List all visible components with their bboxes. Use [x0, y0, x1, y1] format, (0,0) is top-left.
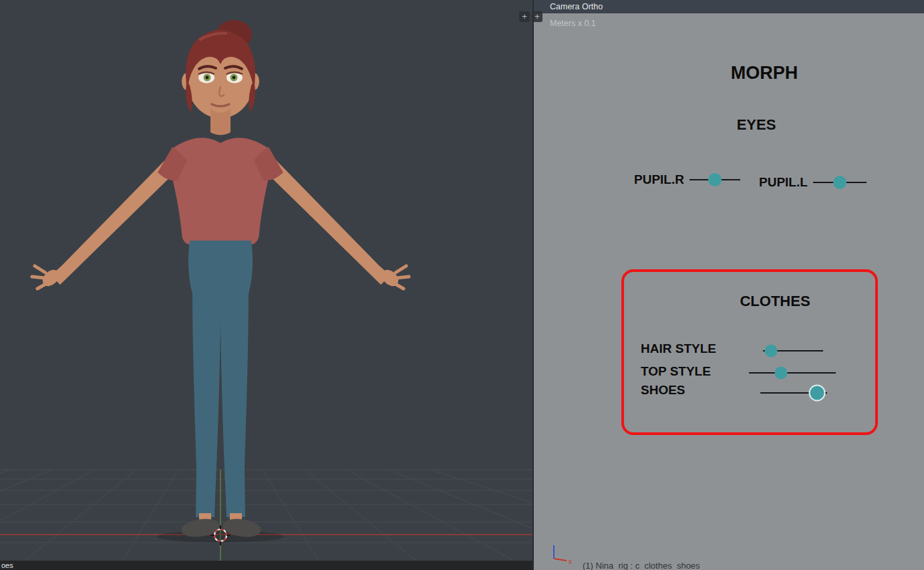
viewport-rig-ui[interactable]: Camera Ortho Meters x 0.1 MORPH EYES PUP…: [532, 0, 924, 570]
slider-pupil-l-knob[interactable]: [833, 176, 846, 189]
active-object-label: (1) Nina_rig : c_clothes_shoes: [583, 561, 700, 570]
scale-label: Meters x 0.1: [550, 19, 596, 28]
shirt: [168, 138, 273, 245]
slider-hair-style-track[interactable]: [763, 342, 823, 360]
axis-gizmo: x: [549, 540, 578, 567]
viewport-canvas[interactable]: [0, 0, 532, 570]
slider-pupil-r: PUPIL.R: [634, 171, 740, 188]
slider-shoes-track[interactable]: [760, 384, 827, 402]
slider-pupil-l-track[interactable]: [813, 174, 867, 191]
application-window: oes + + Camera Ortho Meters x 0.1 MORPH …: [0, 0, 924, 570]
slider-pupil-r-track[interactable]: [689, 171, 740, 188]
slider-hair-style-label: HAIR STYLE: [641, 341, 716, 356]
eyes-section-title: EYES: [689, 116, 823, 134]
slider-pupil-l: PUPIL.L: [759, 174, 867, 191]
expand-region-icon[interactable]: +: [532, 11, 543, 22]
morph-title: MORPH: [687, 63, 841, 84]
axis-gizmo-x-label: x: [569, 558, 572, 565]
expand-region-icon[interactable]: +: [519, 11, 530, 22]
slider-shoes-knob[interactable]: [809, 385, 826, 402]
viewport-3d[interactable]: oes: [0, 0, 532, 570]
viewport-header-bar: Camera Ortho: [534, 0, 924, 13]
slider-top-style-label: TOP STYLE: [641, 364, 711, 379]
slider-pupil-r-knob[interactable]: [708, 173, 722, 186]
clothes-section-title: CLOTHES: [708, 293, 842, 310]
area-header-bottom[interactable]: oes: [0, 561, 532, 570]
pants-hips: [188, 241, 253, 294]
slider-shoes-label: SHOES: [641, 383, 685, 398]
viewport-background: [0, 0, 532, 570]
slider-pupil-l-label: PUPIL.L: [759, 175, 808, 190]
slider-pupil-r-label: PUPIL.R: [634, 172, 684, 187]
view-mode-label: Camera Ortho: [550, 2, 603, 11]
slider-hair-style-knob[interactable]: [764, 345, 777, 358]
slider-top-style-track[interactable]: [749, 364, 836, 382]
slider-top-style-knob[interactable]: [775, 367, 788, 380]
area-header-text: oes: [1, 561, 13, 569]
